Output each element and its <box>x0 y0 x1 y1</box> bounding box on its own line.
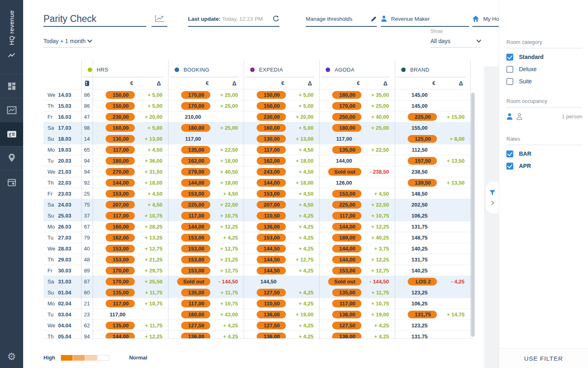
rate-pill[interactable]: 135,00 <box>181 289 210 296</box>
rate-pill[interactable]: 127,50 <box>181 322 210 329</box>
rate-pill[interactable]: 160,00 <box>257 124 286 132</box>
person-filled-icon[interactable] <box>506 113 513 120</box>
use-filter-button[interactable]: USE FILTER <box>499 348 588 368</box>
rate-pill[interactable]: 117,00 <box>181 300 210 307</box>
rate-pill[interactable]: 170,00 <box>181 102 210 110</box>
table-row[interactable]: Mo19.0365117,00+ 4,50135,00+ 22,50117,00… <box>43 144 474 155</box>
sidebar-item-parity-check[interactable] <box>0 122 23 146</box>
rate-pill[interactable]: 160,00 <box>106 223 135 231</box>
table-row[interactable]: Fr16.0347230,00+ 20,00210,00230,00+ 20,0… <box>43 111 474 122</box>
rate-pill[interactable]: 110,50 <box>257 300 286 307</box>
rate-pill[interactable]: 117,00 <box>257 146 286 154</box>
sidebar-item-market-chart[interactable] <box>0 98 23 122</box>
room-category-option-standard[interactable]: Standard <box>506 51 582 63</box>
table-row[interactable]: Th05.0494144,00+ 12,25136,00+ 4,25136,00… <box>43 331 474 338</box>
table-row[interactable]: Su01.0460135,00+ 11,75135,00+ 11,75127,5… <box>43 287 474 298</box>
rate-pill[interactable]: 162,00 <box>181 157 210 165</box>
rate-pill[interactable]: 144,50 <box>257 245 286 253</box>
sidebar-item-calendar[interactable] <box>0 170 23 194</box>
table-scrollbar[interactable] <box>471 93 475 337</box>
table-row[interactable]: Sa31.0387170,00+ 25,50Sold out- 144,5014… <box>43 276 474 287</box>
rate-pill[interactable]: 250,00 <box>332 113 361 121</box>
table-row[interactable]: We04.0462135,00+ 11,75127,50+ 4,25127,50… <box>43 320 474 331</box>
filter-panel-toggle[interactable] <box>486 182 499 213</box>
rate-pill[interactable]: 270,00 <box>106 168 135 176</box>
rate-pill[interactable]: 136,00 <box>257 333 286 339</box>
rate-pill[interactable]: 162,00 <box>106 234 135 242</box>
rate-pill[interactable]: 180,00 <box>332 91 361 99</box>
checked-checkbox[interactable] <box>506 150 513 157</box>
rate-pill[interactable]: 136,00 <box>257 223 286 231</box>
rate-pill[interactable]: 153,00 <box>257 234 286 242</box>
rate-option-apr[interactable]: APR <box>506 160 582 172</box>
rate-pill[interactable]: 117,00 <box>106 212 135 220</box>
table-row[interactable]: Sa17.0398160,00+ 5,00180,00+ 25,00160,00… <box>43 122 474 133</box>
rate-pill[interactable]: 117,00 <box>106 300 135 307</box>
rate-pill[interactable]: 157,50 <box>408 157 437 165</box>
rate-pill[interactable]: Sold out <box>177 278 210 285</box>
rate-pill[interactable]: 153,00 <box>106 256 135 263</box>
rate-pill[interactable]: 110,50 <box>257 212 286 220</box>
rate-pill[interactable]: 135,00 <box>106 322 135 329</box>
person-outline-icon[interactable] <box>516 113 523 120</box>
unchecked-checkbox[interactable] <box>506 78 513 85</box>
rate-pill[interactable]: 230,00 <box>106 113 135 121</box>
rate-pill[interactable]: 207,00 <box>257 201 286 209</box>
rate-pill[interactable]: 170,00 <box>106 278 135 285</box>
user-account-button[interactable]: Revenue Maker <box>381 11 469 27</box>
date-range-dropdown[interactable]: Today + 1 month <box>43 35 92 48</box>
rate-pill[interactable]: 144,50 <box>257 267 286 274</box>
rate-pill[interactable]: 153,00 <box>181 256 210 263</box>
rate-pill[interactable]: 144,00 <box>181 179 210 187</box>
manage-thresholds-button[interactable]: Manage thresholds <box>306 11 377 27</box>
rate-pill[interactable]: 125,00 <box>408 135 437 143</box>
table-row[interactable]: Tu03.0423117,00160,00+ 43,00136,00+ 19,0… <box>43 309 474 320</box>
sidebar-item-dashboard[interactable] <box>0 74 23 98</box>
rate-pill[interactable]: 180,00 <box>181 124 210 132</box>
rate-pill[interactable]: 135,00 <box>106 289 135 296</box>
rate-pill[interactable]: 139,50 <box>408 179 437 187</box>
rate-pill[interactable]: 136,00 <box>332 333 361 339</box>
rate-pill[interactable]: 117,00 <box>332 300 361 307</box>
rate-pill[interactable]: 127,50 <box>257 322 286 329</box>
table-row[interactable]: Tu27.0379162,00+ 13,25153,00+ 4,25153,00… <box>43 232 474 243</box>
rate-pill[interactable]: 230,00 <box>257 113 286 121</box>
rate-pill[interactable]: 136,00 <box>181 333 210 339</box>
rate-pill[interactable]: 225,00 <box>332 201 361 209</box>
rate-pill[interactable]: Sold out <box>328 278 361 285</box>
rate-pill[interactable]: 153,00 <box>181 245 210 253</box>
rate-pill[interactable]: 160,00 <box>181 311 210 318</box>
rate-pill[interactable]: 189,00 <box>332 234 361 242</box>
rate-pill[interactable]: 170,00 <box>332 102 361 110</box>
rate-pill[interactable]: 144,00 <box>181 223 210 231</box>
table-row[interactable]: We21.0394270,00+ 31,50279,00+ 40,50243,0… <box>43 166 474 177</box>
sidebar-item-location[interactable] <box>0 146 23 170</box>
room-category-option-suite[interactable]: Suite <box>506 75 582 87</box>
rate-pill[interactable]: 153,00 <box>257 190 286 198</box>
table-row[interactable]: Mo02.0421117,00+ 10,75117,00+ 10,75110,5… <box>43 298 474 309</box>
rate-pill[interactable]: 243,00 <box>257 168 286 176</box>
rate-pill[interactable]: 153,00 <box>181 267 210 274</box>
table-row[interactable]: Mo26.0367160,00+ 28,25144,00+ 12,25136,0… <box>43 221 474 232</box>
rate-pill[interactable]: 153,00 <box>181 190 210 198</box>
table-row[interactable]: Th29.0348153,00+ 21,25153,00+ 21,25144,5… <box>43 254 474 265</box>
rate-pill[interactable]: 153,00 <box>332 267 361 274</box>
rate-pill[interactable]: 153,00 <box>106 245 135 253</box>
rate-pill[interactable]: 117,00 <box>332 212 361 220</box>
table-row[interactable]: Su25.0337117,00+ 10,75117,00+ 10,75110,5… <box>43 210 474 221</box>
rate-pill[interactable]: 127,50 <box>257 289 286 296</box>
rate-pill[interactable]: 144,00 <box>332 223 361 231</box>
table-row[interactable]: Th15.0386150,00+ 5,00170,00+ 25,00150,00… <box>43 100 474 111</box>
rate-pill[interactable]: Sold out <box>328 168 361 176</box>
rate-pill[interactable]: 180,00 <box>106 157 135 165</box>
rate-pill[interactable]: 130,00 <box>106 135 135 143</box>
refresh-icon[interactable] <box>272 15 279 22</box>
checked-checkbox[interactable] <box>506 54 513 61</box>
rate-pill[interactable]: 136,00 <box>332 311 361 318</box>
settings-gear-icon[interactable]: ⚙ <box>0 348 23 365</box>
rate-pill[interactable]: 225,00 <box>181 201 210 209</box>
rate-pill[interactable]: 170,00 <box>181 91 210 99</box>
rate-pill[interactable]: 170,00 <box>106 267 135 274</box>
rate-pill[interactable]: 150,00 <box>257 102 286 110</box>
table-row[interactable]: Th22.0392144,00+ 18,00144,00+ 18,00144,0… <box>43 177 474 188</box>
